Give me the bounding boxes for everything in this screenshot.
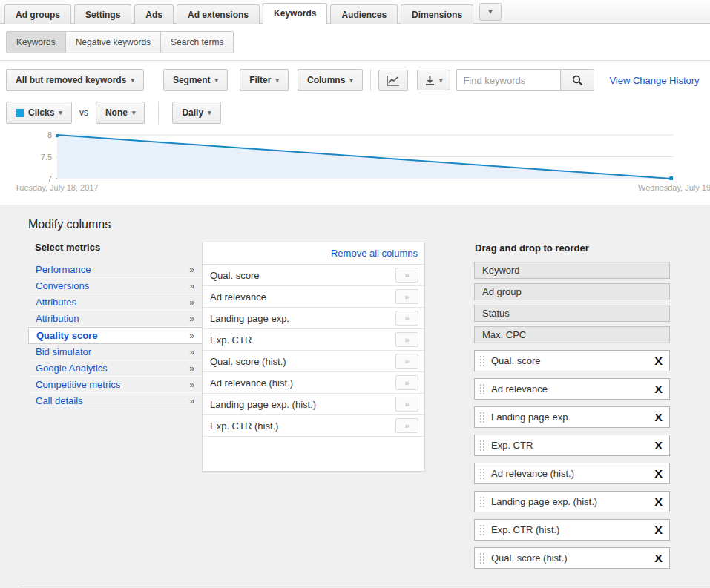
fixed-column-item: Ad group [474,283,670,300]
remove-column-button[interactable]: X [654,355,663,367]
reorder-item[interactable]: Exp. CTR (hist.) X [474,519,670,541]
chart-compare-button[interactable]: None ▾ [96,102,145,124]
view-change-history-link[interactable]: View Change History [609,75,699,86]
add-column-button[interactable]: » [395,418,418,433]
add-column-button[interactable]: » [395,375,418,390]
double-chevron-icon: » [189,281,194,291]
modify-columns-panel: Modify columns Select metrics Performanc… [0,205,710,588]
category-competitive-metrics[interactable]: Competitive metrics » [28,377,202,393]
remove-column-button[interactable]: X [654,412,663,423]
remove-column-button[interactable]: X [654,468,663,480]
category-quality-score[interactable]: Quality score » [28,327,202,344]
add-column-button[interactable]: » [395,332,418,347]
category-label[interactable]: Conversions [36,280,89,291]
column-label: Exp. CTR (hist.) [210,420,278,432]
caret-down-icon: ▾ [349,77,353,84]
category-label[interactable]: Call details [36,395,83,406]
remove-all-columns-link[interactable]: Remove all columns [331,248,418,259]
reorder-item[interactable]: Landing page exp. X [474,406,670,428]
drag-handle-icon[interactable] [479,552,484,564]
category-call-details[interactable]: Call details » [28,393,202,409]
double-chevron-icon: » [404,421,409,430]
filter-button[interactable]: Filter ▾ [240,69,289,91]
segment-button[interactable]: Segment ▾ [163,69,228,91]
chart-toggle-button[interactable] [378,70,408,91]
reorder-item-label: Exp. CTR (hist.) [491,524,559,535]
chart-metric-button[interactable]: Clicks ▾ [6,102,72,124]
fixed-column-item: Keyword [474,262,670,279]
add-column-button[interactable]: » [395,311,418,326]
caret-down-icon: ▾ [59,110,62,116]
add-column-button[interactable]: » [395,289,418,304]
drag-handle-icon[interactable] [479,468,484,479]
category-label[interactable]: Attribution [36,313,79,324]
reorder-item[interactable]: Landing page exp. (hist.) X [474,491,670,512]
tab-ad-extensions[interactable]: Ad extensions [177,4,260,24]
subtab-negative-keywords[interactable]: Negative keywords [66,31,161,53]
subtab-search-terms[interactable]: Search terms [161,31,234,53]
tab-audiences[interactable]: Audiences [330,4,398,24]
category-label[interactable]: Competitive metrics [36,379,120,390]
category-performance[interactable]: Performance » [28,262,202,278]
reorder-item[interactable]: Qual. score (hist.) X [474,547,670,569]
drag-handle-icon[interactable] [479,496,484,507]
category-label[interactable]: Bid simulator [36,346,91,357]
caret-down-icon: ▾ [215,77,219,84]
tab-settings[interactable]: Settings [74,4,131,24]
category-bid-simulator[interactable]: Bid simulator » [28,344,202,360]
reorder-item-label: Qual. score (hist.) [491,552,568,564]
metric-label: Clicks [28,108,54,118]
reorder-item[interactable]: Ad relevance X [474,378,670,400]
drag-handle-icon[interactable] [479,412,484,423]
double-chevron-icon: » [404,357,409,366]
remove-column-button[interactable]: X [654,383,663,395]
reorder-item[interactable]: Qual. score X [474,350,670,371]
filter-label: Filter [249,75,271,85]
granularity-label: Daily [182,108,203,118]
y-axis-tick-label: 7 [30,174,52,183]
tab-dimensions[interactable]: Dimensions [401,4,473,24]
drag-handle-icon[interactable] [479,440,484,451]
drag-handle-icon[interactable] [479,355,484,366]
available-column-row: Ad relevance » [203,286,424,308]
remove-column-button[interactable]: X [654,524,663,536]
subtab-keywords[interactable]: Keywords [6,31,66,53]
remove-column-button[interactable]: X [654,552,663,564]
view-filter-button[interactable]: All but removed keywords ▾ [6,69,144,91]
add-column-button[interactable]: » [395,397,418,412]
download-button[interactable]: ▾ [417,70,451,90]
available-column-row: Exp. CTR » [203,329,424,351]
available-column-row: Landing page exp. » [203,308,424,329]
category-label[interactable]: Google Analytics [36,363,108,374]
add-column-button[interactable]: » [395,354,418,369]
category-attribution[interactable]: Attribution » [28,311,202,327]
find-keywords-input[interactable] [456,69,560,91]
category-label[interactable]: Quality score [36,330,97,341]
double-chevron-icon: » [189,396,194,406]
category-attributes[interactable]: Attributes » [28,294,202,311]
remove-column-button[interactable]: X [654,440,663,452]
reorder-item-label: Landing page exp. [491,412,571,423]
tab-keywords[interactable]: Keywords [263,3,327,24]
reorder-item[interactable]: Exp. CTR X [474,435,670,456]
category-google-analytics[interactable]: Google Analytics » [28,360,202,377]
available-column-row: Exp. CTR (hist.) » [203,415,424,437]
chart-granularity-button[interactable]: Daily ▾ [172,102,220,124]
tab-ads[interactable]: Ads [134,4,174,24]
category-label[interactable]: Performance [36,264,91,275]
add-column-button[interactable]: » [395,268,418,283]
double-chevron-icon: » [189,265,194,275]
category-conversions[interactable]: Conversions » [28,278,202,294]
reorder-item[interactable]: Ad relevance (hist.) X [474,463,670,484]
remove-column-button[interactable]: X [654,496,663,508]
search-button[interactable] [560,69,594,91]
drag-handle-icon[interactable] [479,383,484,394]
x-axis-labels: Tuesday, July 18, 2017 Wednesday, July 1… [15,183,710,194]
category-label[interactable]: Attributes [36,297,76,308]
more-tabs-button[interactable]: ▾ [479,3,502,21]
columns-button[interactable]: Columns ▾ [298,69,363,91]
segment-label: Segment [173,75,211,85]
tab-ad-groups[interactable]: Ad groups [4,4,71,24]
drag-handle-icon[interactable] [479,524,484,535]
trend-chart: 77.58 [56,134,673,180]
